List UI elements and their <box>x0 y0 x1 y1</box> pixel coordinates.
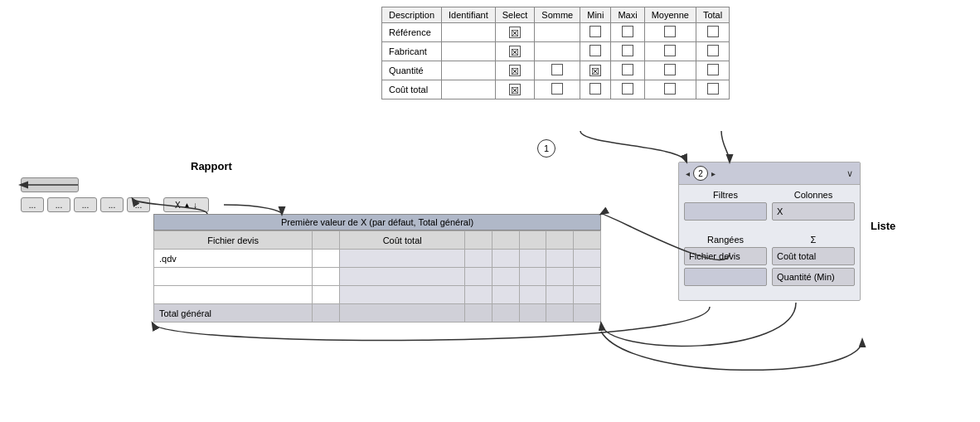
col-identifiant: Identifiant <box>442 7 496 23</box>
select-checkbox[interactable]: ☒ <box>509 84 521 95</box>
rapport-table-container: Première valeur de X (par défaut, Total … <box>153 214 601 323</box>
select-checkbox[interactable]: ☒ <box>509 65 521 76</box>
filtres-colonnes-section: Filtres Colonnes X <box>684 190 855 223</box>
total-label: Total général <box>154 304 313 323</box>
list-panel: ◂ 2 ▸ ∨ Filtres Colonnes X Rangées Fichi… <box>678 162 861 301</box>
rangees-label: Rangées <box>684 235 767 245</box>
btn-x-sort[interactable]: X ▲ ↓ <box>163 197 209 212</box>
table-row: Référence ☒ <box>382 23 730 42</box>
list-title: Liste <box>871 220 895 232</box>
rangees-col: Rangées Fichier devis <box>684 235 767 289</box>
sigma-field-2[interactable]: Quantité (Min) <box>772 268 855 286</box>
total-checkbox[interactable] <box>707 64 719 75</box>
rapport-top-button[interactable] <box>21 177 79 192</box>
btn-dots-2[interactable]: ... <box>47 197 70 212</box>
maxi-checkbox[interactable] <box>622 45 633 56</box>
sigma-field-1[interactable]: Coût total <box>772 247 855 265</box>
step-1-indicator: 1 <box>537 139 555 158</box>
colonnes-col: Colonnes X <box>772 190 855 223</box>
dropdown-arrow-icon[interactable]: ∨ <box>847 168 853 179</box>
col-total: Total <box>696 7 729 23</box>
col-select: Select <box>495 7 535 23</box>
btn-dots-5[interactable]: ... <box>127 197 150 212</box>
table-row: Quantité ☒ ☒ <box>382 61 730 80</box>
mini-checkbox[interactable] <box>589 83 601 95</box>
col-moyenne: Moyenne <box>644 7 696 23</box>
table-row: Fabricant ☒ <box>382 42 730 61</box>
rapport-title: Rapport <box>191 160 232 172</box>
left-arrow-icon[interactable]: ◂ <box>686 169 690 178</box>
config-table: Description Identifiant Select Somme Min… <box>381 7 730 99</box>
filtres-label: Filtres <box>684 190 767 200</box>
rangees-field-2[interactable] <box>684 268 767 286</box>
maxi-checkbox[interactable] <box>622 83 633 95</box>
col-fichier-devis: Fichier devis <box>154 231 313 250</box>
rapport-table: Fichier devis Coût total .qdv <box>153 230 601 323</box>
col-somme: Somme <box>535 7 580 23</box>
filtres-col: Filtres <box>684 190 767 223</box>
list-panel-body: Filtres Colonnes X Rangées Fichier devis… <box>679 185 860 300</box>
rangees-field-1[interactable]: Fichier devis <box>684 247 767 265</box>
col-cout-total: Coût total <box>340 231 465 250</box>
btn-dots-1[interactable]: ... <box>21 197 44 212</box>
moyenne-checkbox[interactable] <box>664 83 676 95</box>
mini-checkbox[interactable]: ☒ <box>589 65 601 76</box>
table-row <box>154 286 601 304</box>
maxi-checkbox[interactable] <box>622 26 633 37</box>
somme-checkbox[interactable] <box>551 64 563 75</box>
somme-checkbox[interactable] <box>551 83 563 95</box>
col-maxi: Maxi <box>611 7 644 23</box>
moyenne-checkbox[interactable] <box>664 45 676 56</box>
total-checkbox[interactable] <box>707 83 719 95</box>
col-mini: Mini <box>580 7 611 23</box>
mini-checkbox[interactable] <box>589 45 601 56</box>
right-arrow-icon[interactable]: ▸ <box>711 169 716 178</box>
total-row: Total général <box>154 304 601 323</box>
btn-dots-4[interactable]: ... <box>100 197 124 212</box>
moyenne-checkbox[interactable] <box>664 26 676 37</box>
colonnes-label: Colonnes <box>772 190 855 200</box>
row-quantite: Quantité <box>382 61 442 80</box>
rangees-sigma-section: Rangées Fichier devis Σ Coût total Quant… <box>684 235 855 289</box>
step-2-indicator: 2 <box>693 166 708 181</box>
btn-dots-3[interactable]: ... <box>74 197 97 212</box>
rapport-header-bar: Première valeur de X (par défaut, Total … <box>153 214 601 230</box>
list-panel-header: ◂ 2 ▸ ∨ <box>679 162 860 185</box>
table-row: Coût total ☒ <box>382 80 730 99</box>
maxi-checkbox[interactable] <box>622 64 633 75</box>
col-description: Description <box>382 7 442 23</box>
table-row <box>154 268 601 286</box>
row-fabricant: Fabricant <box>382 42 442 61</box>
row-cout: Coût total <box>382 80 442 99</box>
total-checkbox[interactable] <box>707 45 719 56</box>
moyenne-checkbox[interactable] <box>664 64 676 75</box>
total-checkbox[interactable] <box>707 26 719 37</box>
select-checkbox[interactable]: ☒ <box>509 27 521 38</box>
colonnes-field[interactable]: X <box>772 202 855 221</box>
select-checkbox[interactable]: ☒ <box>509 46 521 57</box>
filtres-field[interactable] <box>684 202 767 221</box>
rapport-button-row: ... ... ... ... ... X ▲ ↓ <box>21 197 209 212</box>
mini-checkbox[interactable] <box>589 26 601 37</box>
sigma-col: Σ Coût total Quantité (Min) <box>772 235 855 289</box>
sigma-label: Σ <box>772 235 855 245</box>
row-reference: Référence <box>382 23 442 42</box>
table-row: .qdv <box>154 250 601 268</box>
